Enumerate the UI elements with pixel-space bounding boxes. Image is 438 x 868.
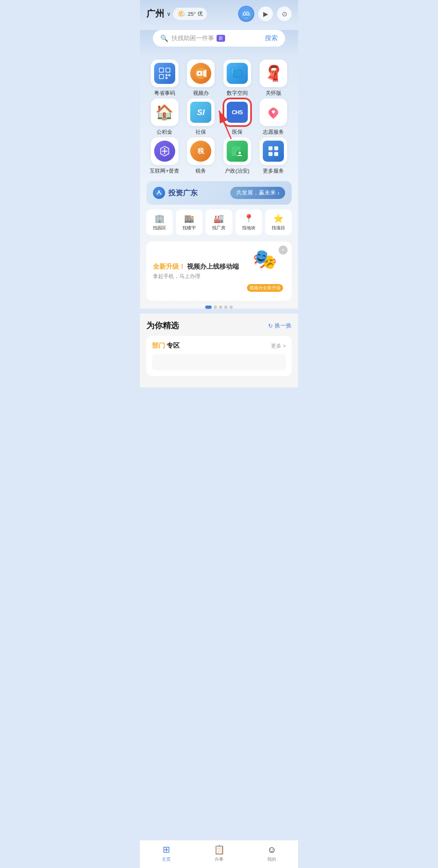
main-content: 粤省事码 视频办 <box>140 58 298 309</box>
service-label-shuiwu: 税务 <box>195 167 206 175</box>
avatar[interactable] <box>238 6 254 22</box>
invest-banner[interactable]: 投资广东 共发展，赢未来 › <box>146 181 292 205</box>
invest-logo: 投资广东 <box>153 187 198 199</box>
ad-text: 全新升级！ 视频办上线移动端 拿起手机，马上办理 <box>153 263 245 280</box>
invest-cta-text: 共发展，赢未来 <box>236 189 276 197</box>
dot-4[interactable] <box>224 306 228 309</box>
svg-rect-10 <box>160 68 163 72</box>
invest-icon-xiangmu: ⭐ <box>273 214 283 223</box>
ad-title-main: 视频办上线移动端 <box>187 263 239 270</box>
dot-2[interactable] <box>214 306 217 309</box>
service-grid-row2: 🏠 公积金 SI 社保 CHS 医保 <box>146 98 292 136</box>
invest-item-xiangmu[interactable]: ⭐ 找项目 <box>265 210 292 235</box>
service-item-gongjijin[interactable]: 🏠 公积金 <box>146 98 183 136</box>
invest-label-yuanqu: 找园区 <box>153 225 166 231</box>
svg-point-5 <box>247 13 249 15</box>
search-new-badge: 新 <box>217 35 225 42</box>
dept-title-dark: 专区 <box>167 342 180 349</box>
dept-title: 部门 专区 <box>152 342 180 350</box>
service-icon-gongjijin: 🏠 <box>151 98 178 126</box>
search-bar[interactable]: 🔍 扶残助困一件事 新 搜索 <box>153 30 285 47</box>
banner-pagination <box>146 306 292 309</box>
service-item-yuezheng[interactable]: 粤省事码 <box>146 60 183 97</box>
ad-image: 🎭 视频办全新升级 <box>245 248 285 294</box>
dept-content-placeholder <box>152 354 286 370</box>
service-item-hulian[interactable]: 互联网+督查 <box>146 137 183 175</box>
dept-more[interactable]: 更多 > <box>271 342 286 350</box>
service-icon-zhiyuan <box>260 98 287 126</box>
service-item-huzh[interactable]: 户政(治安) <box>219 137 256 175</box>
svg-rect-35 <box>274 152 278 156</box>
invest-sub-grid: 🏢 找园区 🏬 找楼宇 🏭 找厂房 📍 找地块 ⭐ 找项目 <box>146 210 292 235</box>
service-label-digital: 数字空间 <box>227 90 248 97</box>
city-name[interactable]: 广州 <box>146 8 164 20</box>
service-item-zhiyuan[interactable]: 志愿服务 <box>256 98 292 136</box>
weather-icon: 🌤️ <box>177 9 186 18</box>
svg-point-28 <box>164 148 165 150</box>
service-icon-hulian <box>151 137 178 165</box>
search-icon: 🔍 <box>160 34 168 42</box>
service-icon-yuezheng <box>151 60 178 87</box>
ad-title: 全新升级！ 视频办上线移动端 <box>153 263 245 271</box>
dot-3[interactable] <box>219 306 222 309</box>
dept-header: 部门 专区 更多 > <box>152 342 286 350</box>
dot-5[interactable] <box>230 306 233 309</box>
svg-rect-15 <box>165 74 167 76</box>
invest-item-yuanqu[interactable]: 🏢 找园区 <box>146 210 173 235</box>
featured-title: 为你精选 <box>146 320 179 331</box>
ad-title-highlight: 全新升级！ <box>153 263 185 270</box>
svg-point-8 <box>245 10 247 11</box>
service-item-shebao[interactable]: SI 社保 <box>183 98 219 136</box>
invest-cta-arrow: › <box>277 190 279 196</box>
service-item-yibao[interactable]: CHS 医保 <box>219 98 256 136</box>
featured-refresh[interactable]: ↻ 换一换 <box>268 322 292 329</box>
svg-rect-24 <box>234 70 242 77</box>
svg-point-21 <box>199 73 200 74</box>
invest-cta[interactable]: 共发展，赢未来 › <box>230 187 285 199</box>
invest-item-changfang[interactable]: 🏭 找厂房 <box>206 210 232 235</box>
service-item-shuiwu[interactable]: 税 税务 <box>183 137 219 175</box>
service-icon-care: 🧣 <box>260 60 287 87</box>
service-label-gongjijin: 公积金 <box>157 128 172 136</box>
invest-item-louyu[interactable]: 🏬 找楼宇 <box>176 210 202 235</box>
svg-rect-34 <box>268 152 273 156</box>
svg-point-39 <box>158 190 160 192</box>
service-label-shebao: 社保 <box>195 128 206 136</box>
invest-logo-text: 投资广东 <box>168 188 198 198</box>
dot-1[interactable] <box>205 306 212 309</box>
svg-rect-14 <box>160 75 163 78</box>
search-button[interactable]: 搜索 <box>265 34 278 43</box>
header: 广州 ∨ 🌤️ 25° 优 ▶ ⊙ <box>140 0 298 26</box>
service-item-more[interactable]: 更多服务 <box>256 137 292 175</box>
invest-item-dikuai[interactable]: 📍 找地块 <box>236 210 262 235</box>
invest-logo-icon <box>153 187 165 199</box>
service-label-yibao: 医保 <box>232 128 243 136</box>
ad-close-button[interactable]: × <box>279 246 288 254</box>
invest-banner-container: 投资广东 共发展，赢未来 › 🏢 找园区 🏬 找楼宇 🏭 找厂房 📍 找 <box>146 181 292 235</box>
invest-icon-changfang: 🏭 <box>214 214 224 223</box>
svg-rect-17 <box>165 77 167 79</box>
service-icon-shuiwu: 税 <box>187 137 215 165</box>
featured-header: 为你精选 ↻ 换一换 <box>146 320 292 331</box>
camera-icon[interactable]: ⊙ <box>277 6 292 21</box>
ad-banner: × 全新升级！ 视频办上线移动端 拿起手机，马上办理 🎭 视频办全新升级 <box>146 242 292 301</box>
service-item-care[interactable]: 🧣 关怀版 <box>256 60 292 97</box>
service-label-video: 视频办 <box>193 90 209 97</box>
service-label-hulian: 互联网+督查 <box>150 167 179 175</box>
svg-rect-33 <box>274 146 278 150</box>
chevron-down-icon[interactable]: ∨ <box>167 11 171 17</box>
service-item-digital[interactable]: 数字空间 <box>219 60 256 97</box>
invest-label-louyu: 找楼宇 <box>182 225 196 231</box>
service-label-huzh: 户政(治安) <box>225 167 249 175</box>
svg-rect-12 <box>166 68 170 72</box>
service-grid-row3: 互联网+督查 税 税务 户政(治安) <box>146 137 292 175</box>
ad-subtitle: 拿起手机，马上办理 <box>153 273 245 280</box>
invest-icon-yuanqu: 🏢 <box>155 214 165 223</box>
svg-point-31 <box>238 152 241 154</box>
invest-label-xiangmu: 找项目 <box>272 225 285 231</box>
service-icon-huzh <box>223 137 251 165</box>
service-item-video[interactable]: 视频办 <box>183 60 219 97</box>
location-icon[interactable]: ▶ <box>258 6 273 21</box>
search-text: 扶残助困一件事 新 <box>172 34 262 42</box>
service-icon-shebao: SI <box>187 98 215 126</box>
